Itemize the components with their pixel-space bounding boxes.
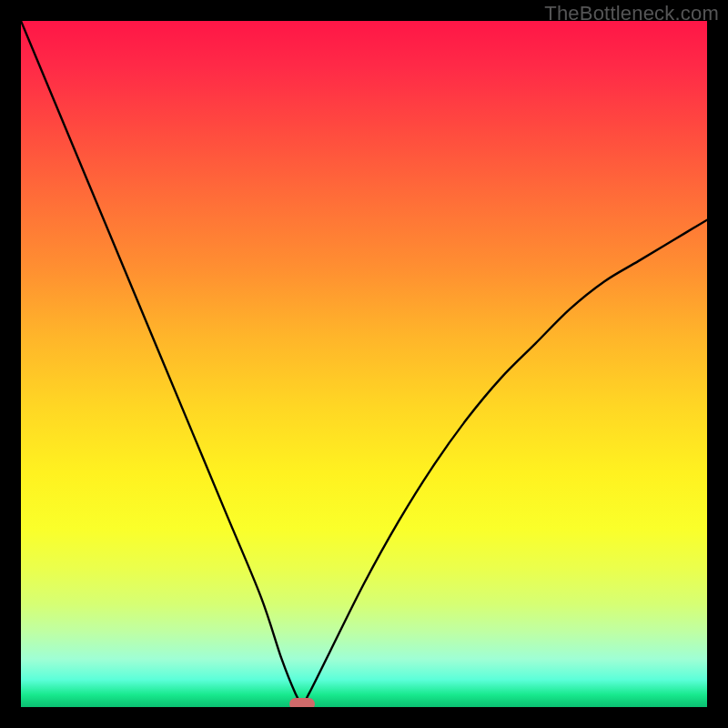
chart-frame: TheBottleneck.com (0, 0, 728, 728)
bottleneck-curve (21, 21, 707, 707)
plot-area (21, 21, 707, 707)
optimal-point-marker (289, 698, 315, 707)
watermark-text: TheBottleneck.com (544, 2, 719, 25)
